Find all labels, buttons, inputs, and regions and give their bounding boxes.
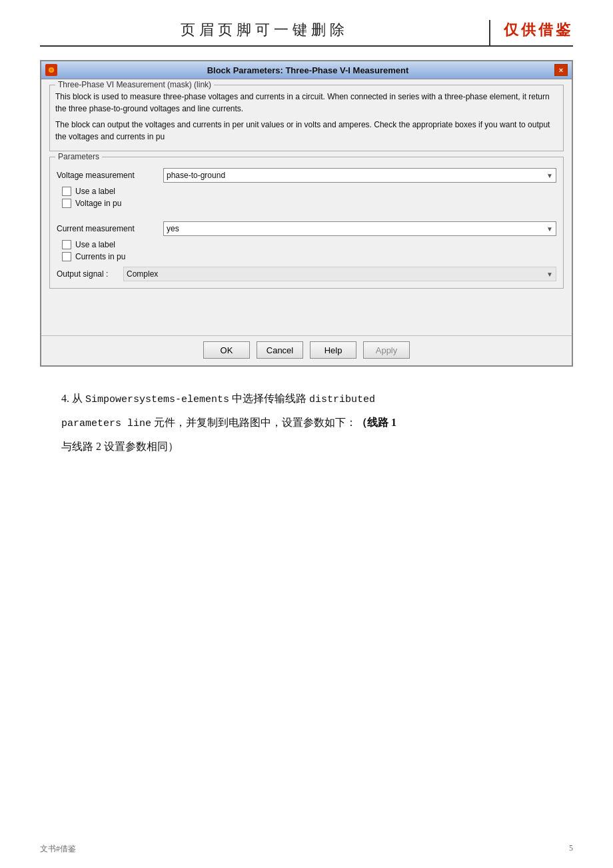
voltage-label: Voltage measurement bbox=[57, 171, 163, 180]
current-select[interactable]: yes ▼ bbox=[163, 221, 556, 236]
ok-button[interactable]: OK bbox=[203, 341, 250, 359]
voltage-pu-checkbox[interactable] bbox=[62, 199, 71, 208]
dialog-buttons: OK Cancel Help Apply bbox=[41, 335, 572, 365]
currents-pu-row: Currents in pu bbox=[62, 252, 556, 261]
dialog-window: Block Parameters: Three-Phase V-I Measur… bbox=[40, 60, 573, 367]
line2-code: parameters line bbox=[61, 418, 151, 429]
step-number: 4. bbox=[61, 393, 69, 404]
currents-pu-text: Currents in pu bbox=[75, 252, 125, 261]
step-text2: 中选择传输线路 bbox=[229, 393, 309, 404]
header-right-text: 仅供借鉴 bbox=[490, 20, 573, 45]
apply-button[interactable]: Apply bbox=[363, 341, 410, 359]
currents-pu-checkbox[interactable] bbox=[62, 252, 71, 261]
line2-bold: （线路 1 bbox=[356, 417, 396, 428]
step-line3: 与线路 2 设置参数相同） bbox=[40, 435, 573, 458]
param-divider-1 bbox=[57, 211, 556, 216]
use-label-1-checkbox[interactable] bbox=[62, 187, 71, 196]
output-label: Output signal : bbox=[57, 269, 123, 279]
svg-point-2 bbox=[50, 69, 53, 71]
page-footer: 文书#借鉴 5 bbox=[40, 843, 573, 855]
main-content: 4. 从 Simpowersystems-elements 中选择传输线路 di… bbox=[40, 387, 573, 458]
step-code2: distributed bbox=[309, 394, 375, 405]
parameters-section: Parameters Voltage measurement phase-to-… bbox=[49, 157, 564, 289]
cancel-button[interactable]: Cancel bbox=[257, 341, 303, 359]
description-para1: This block is used to measure three-phas… bbox=[55, 91, 558, 115]
output-signal-row: Output signal : Complex ▼ bbox=[57, 267, 556, 281]
dialog-title: Block Parameters: Three-Phase V-I Measur… bbox=[61, 65, 554, 75]
current-label: Current measurement bbox=[57, 224, 163, 233]
output-dropdown-arrow: ▼ bbox=[546, 271, 553, 278]
footer-left: 文书#借鉴 bbox=[40, 843, 76, 855]
params-section-label: Parameters bbox=[55, 152, 102, 161]
mask-section-label: Three-Phase VI Measurement (mask) (link) bbox=[55, 80, 214, 89]
description-para2: The block can output the voltages and cu… bbox=[55, 119, 558, 143]
help-button[interactable]: Help bbox=[310, 341, 356, 359]
dialog-spacer bbox=[49, 295, 564, 329]
mask-section: Three-Phase VI Measurement (mask) (link)… bbox=[49, 85, 564, 151]
line3-text: 与线路 2 设置参数相同） bbox=[61, 441, 179, 452]
step-paragraph: 4. 从 Simpowersystems-elements 中选择传输线路 di… bbox=[40, 387, 573, 411]
use-label-1-row: Use a label bbox=[62, 187, 556, 196]
step-code1: Simpowersystems-elements bbox=[85, 394, 229, 405]
voltage-pu-text: Voltage in pu bbox=[75, 199, 121, 208]
description-area: This block is used to measure three-phas… bbox=[55, 91, 558, 143]
output-select-value: Complex bbox=[127, 269, 158, 279]
voltage-pu-row: Voltage in pu bbox=[62, 199, 556, 208]
page-header: 页眉页脚可一键删除 仅供借鉴 bbox=[40, 20, 573, 47]
voltage-measurement-row: Voltage measurement phase-to-ground ▼ bbox=[57, 168, 556, 183]
close-button[interactable]: × bbox=[554, 64, 568, 76]
voltage-select-value: phase-to-ground bbox=[167, 171, 225, 180]
dialog-body: Three-Phase VI Measurement (mask) (link)… bbox=[41, 79, 572, 335]
footer-right: 5 bbox=[569, 843, 573, 855]
dialog-icon bbox=[45, 64, 57, 76]
header-left-text: 页眉页脚可一键删除 bbox=[40, 20, 489, 45]
voltage-dropdown-arrow: ▼ bbox=[546, 172, 553, 179]
current-dropdown-arrow: ▼ bbox=[546, 225, 553, 233]
dialog-titlebar: Block Parameters: Three-Phase V-I Measur… bbox=[41, 61, 572, 79]
output-select[interactable]: Complex ▼ bbox=[123, 267, 556, 281]
current-select-value: yes bbox=[167, 224, 179, 233]
current-measurement-row: Current measurement yes ▼ bbox=[57, 221, 556, 236]
use-label-2-checkbox[interactable] bbox=[62, 240, 71, 249]
step-line2: parameters line 元件，并复制到电路图中，设置参数如下：（线路 1 bbox=[40, 411, 573, 435]
use-label-1-text: Use a label bbox=[75, 187, 115, 196]
voltage-select[interactable]: phase-to-ground ▼ bbox=[163, 168, 556, 183]
line2-text: 元件，并复制到电路图中，设置参数如下： bbox=[151, 417, 356, 428]
use-label-2-row: Use a label bbox=[62, 240, 556, 249]
step-text1: 从 bbox=[72, 393, 85, 404]
use-label-2-text: Use a label bbox=[75, 240, 115, 249]
